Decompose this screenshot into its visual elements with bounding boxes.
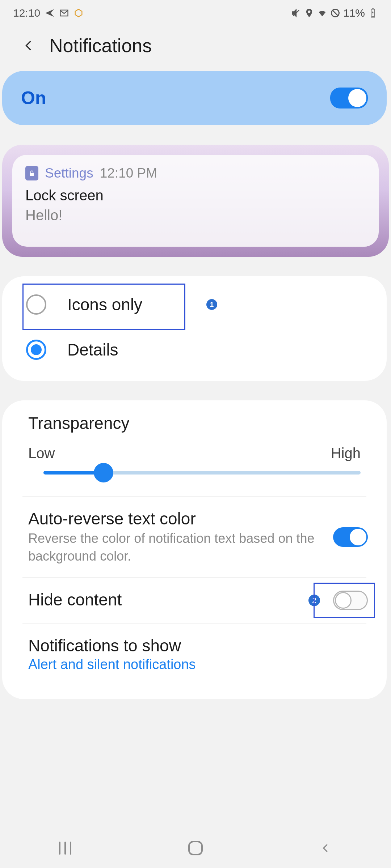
recents-icon xyxy=(58,841,73,855)
header: Notifications xyxy=(0,26,391,71)
gmail-icon xyxy=(59,8,69,18)
notifications-to-show-value: Alert and silent notifications xyxy=(28,657,368,672)
battery-icon xyxy=(368,8,378,18)
send-icon xyxy=(45,8,55,18)
svg-rect-7 xyxy=(30,173,34,176)
slider-low-label: Low xyxy=(28,445,55,461)
slider-thumb[interactable] xyxy=(94,463,113,482)
hide-content-row[interactable]: Hide content 2 xyxy=(2,578,387,623)
notifications-to-show-title: Notifications to show xyxy=(28,636,368,655)
hide-content-title: Hide content xyxy=(28,590,301,609)
battery-text: 11% xyxy=(343,7,365,19)
svg-line-3 xyxy=(332,10,338,16)
status-bar: 12:10 11% xyxy=(0,0,391,26)
master-toggle-card: On xyxy=(2,71,387,125)
settings-card: Transparency Low High Auto-reverse text … xyxy=(2,400,387,699)
step-badge-2: 2 xyxy=(308,595,320,606)
svg-rect-6 xyxy=(372,16,374,17)
recents-button[interactable] xyxy=(51,837,80,859)
auto-reverse-toggle[interactable] xyxy=(333,527,368,547)
master-toggle[interactable] xyxy=(330,88,368,109)
master-toggle-label: On xyxy=(21,88,46,109)
hide-content-toggle[interactable] xyxy=(333,591,368,610)
transparency-title: Transparency xyxy=(2,413,387,445)
style-label-icons-only: Icons only xyxy=(67,295,142,314)
radio-icons-only[interactable] xyxy=(26,294,46,315)
page-title: Notifications xyxy=(49,35,152,56)
svg-rect-11 xyxy=(189,842,202,855)
preview-app-name: Settings xyxy=(45,166,93,181)
preview-body: Hello! xyxy=(25,207,366,224)
location-icon xyxy=(304,8,314,18)
notifications-to-show-row[interactable]: Notifications to show Alert and silent n… xyxy=(2,624,387,685)
auto-reverse-title: Auto-reverse text color xyxy=(28,509,326,528)
slider-labels: Low High xyxy=(2,445,387,471)
radio-details[interactable] xyxy=(26,340,46,360)
status-time: 12:10 xyxy=(13,7,40,19)
hex-icon xyxy=(73,8,84,18)
transparency-slider[interactable] xyxy=(2,471,387,496)
style-option-icons-only[interactable]: Icons only 1 xyxy=(2,282,387,327)
nav-back-button[interactable] xyxy=(311,837,340,859)
svg-rect-5 xyxy=(372,8,374,9)
style-label-details: Details xyxy=(67,340,118,359)
slider-high-label: High xyxy=(331,445,361,461)
home-button[interactable] xyxy=(181,837,210,859)
status-bar-right: 11% xyxy=(291,7,378,19)
navigation-bar xyxy=(0,828,391,868)
chevron-left-icon xyxy=(320,840,331,856)
chevron-left-icon xyxy=(22,37,35,54)
mute-icon xyxy=(291,8,301,18)
home-icon xyxy=(187,840,204,856)
auto-reverse-sub: Reverse the color of notification text b… xyxy=(28,530,326,565)
step-badge-1: 1 xyxy=(206,299,217,310)
auto-reverse-row[interactable]: Auto-reverse text color Reverse the colo… xyxy=(2,497,387,577)
style-selector-card: Icons only 1 Details xyxy=(2,276,387,381)
svg-marker-1 xyxy=(75,9,82,17)
lock-icon xyxy=(25,166,38,180)
notification-preview: Settings 12:10 PM Lock screen Hello! xyxy=(2,145,389,257)
wifi-icon xyxy=(317,8,327,18)
do-not-disturb-icon xyxy=(330,8,340,18)
back-button[interactable] xyxy=(22,38,36,54)
status-bar-left: 12:10 xyxy=(13,7,84,19)
notification-card-preview: Settings 12:10 PM Lock screen Hello! xyxy=(12,155,379,247)
style-option-details[interactable]: Details xyxy=(2,327,387,372)
preview-title: Lock screen xyxy=(25,187,366,204)
preview-timestamp: 12:10 PM xyxy=(100,166,157,181)
